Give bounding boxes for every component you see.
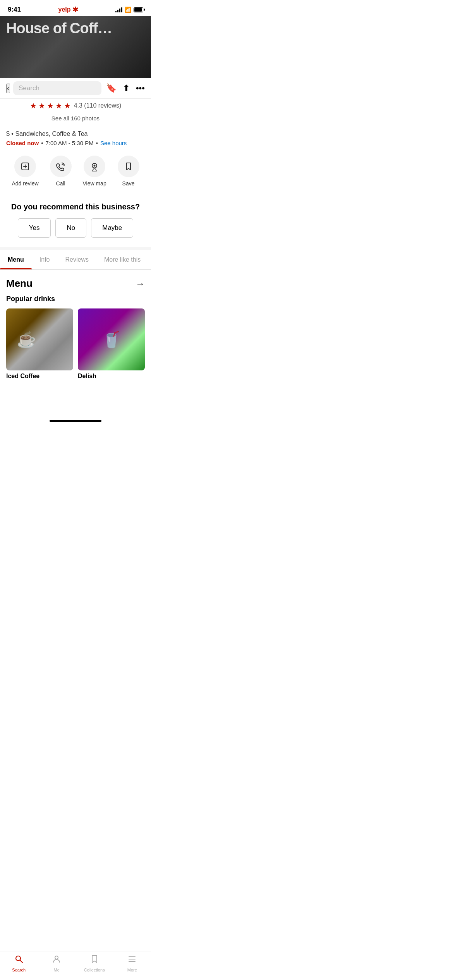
back-button[interactable]: ‹ bbox=[6, 84, 10, 93]
see-photos-link[interactable]: See all 160 photos bbox=[51, 115, 100, 122]
wifi-icon: 📶 bbox=[125, 7, 131, 13]
call-button[interactable]: Call bbox=[50, 156, 72, 187]
delish-label: Delish bbox=[78, 373, 145, 380]
star-2: ★ bbox=[38, 101, 45, 110]
hours-text: • bbox=[41, 140, 43, 146]
star-3: ★ bbox=[47, 101, 54, 110]
rating-value: 4.3 (110 reviews) bbox=[74, 102, 122, 109]
view-map-button[interactable]: View map bbox=[82, 156, 106, 187]
view-map-label: View map bbox=[82, 180, 106, 187]
closed-status: Closed now bbox=[6, 140, 39, 146]
save-label: Save bbox=[122, 180, 135, 187]
menu-header: Menu → bbox=[6, 278, 145, 290]
recommend-yes-button[interactable]: Yes bbox=[18, 218, 51, 238]
see-photos-bar: See all 160 photos bbox=[0, 113, 151, 124]
view-map-icon bbox=[84, 156, 105, 177]
home-indicator bbox=[50, 420, 101, 422]
tab-reviews[interactable]: Reviews bbox=[57, 250, 96, 269]
delish-image bbox=[78, 308, 145, 370]
star-4: ★ bbox=[55, 101, 62, 110]
navigation-bar: ‹ Search 🔖 ⬆ ••• bbox=[0, 78, 151, 99]
action-buttons: Add review Call View map Save bbox=[0, 149, 151, 193]
battery-icon bbox=[134, 7, 143, 12]
business-info: $ • Sandwiches, Coffee & Tea Closed now … bbox=[0, 124, 151, 149]
signal-icon bbox=[115, 7, 122, 12]
tabs-bar: Menu Info Reviews More like this bbox=[0, 250, 151, 270]
price-category: $ • Sandwiches, Coffee & Tea bbox=[6, 130, 145, 137]
menu-section-title: Menu bbox=[6, 278, 33, 290]
yelp-logo: yelp✱ bbox=[58, 5, 78, 14]
recommend-title: Do you recommend this business? bbox=[6, 202, 145, 211]
status-icons: 📶 bbox=[115, 7, 143, 13]
rating-bar: ★ ★ ★ ★ ★ 4.3 (110 reviews) bbox=[0, 99, 151, 113]
menu-section: Menu → Popular drinks Iced Coffee Delish bbox=[0, 270, 151, 387]
menu-item-delish[interactable]: Delish bbox=[78, 308, 145, 380]
save-button[interactable]: Save bbox=[118, 156, 139, 187]
tab-info[interactable]: Info bbox=[32, 250, 58, 269]
menu-subtitle: Popular drinks bbox=[6, 295, 145, 303]
nav-actions: 🔖 ⬆ ••• bbox=[106, 83, 145, 93]
menu-grid: Iced Coffee Delish bbox=[6, 308, 145, 380]
recommend-maybe-button[interactable]: Maybe bbox=[91, 218, 133, 238]
svg-point-2 bbox=[94, 165, 96, 167]
iced-coffee-label: Iced Coffee bbox=[6, 373, 73, 380]
share-button[interactable]: ⬆ bbox=[123, 83, 130, 93]
tab-menu[interactable]: Menu bbox=[0, 250, 32, 269]
add-review-label: Add review bbox=[12, 180, 38, 187]
tab-more-like-this[interactable]: More like this bbox=[96, 250, 148, 269]
hours-row: Closed now • 7:00 AM - 5:30 PM • See hou… bbox=[6, 140, 145, 146]
menu-arrow-button[interactable]: → bbox=[136, 278, 145, 289]
star-5: ★ bbox=[64, 101, 71, 110]
see-hours-link[interactable]: See hours bbox=[100, 140, 127, 146]
add-review-icon bbox=[14, 156, 36, 177]
stars-row: ★ ★ ★ ★ ★ 4.3 (110 reviews) bbox=[6, 101, 145, 110]
operating-hours: 7:00 AM - 5:30 PM bbox=[45, 140, 93, 146]
iced-coffee-image bbox=[6, 308, 73, 370]
menu-item-iced-coffee[interactable]: Iced Coffee bbox=[6, 308, 73, 380]
save-icon bbox=[118, 156, 139, 177]
bookmark-button[interactable]: 🔖 bbox=[106, 83, 117, 93]
call-icon bbox=[50, 156, 72, 177]
add-review-button[interactable]: Add review bbox=[12, 156, 38, 187]
recommend-buttons: Yes No Maybe bbox=[6, 218, 145, 238]
yelp-star-icon: ✱ bbox=[72, 5, 78, 14]
hero-image: House of Coff… bbox=[0, 16, 151, 78]
status-time: 9:41 bbox=[8, 6, 21, 14]
call-label: Call bbox=[56, 180, 65, 187]
bottom-spacer bbox=[0, 387, 151, 418]
recommend-section: Do you recommend this business? Yes No M… bbox=[0, 193, 151, 250]
recommend-no-button[interactable]: No bbox=[55, 218, 86, 238]
status-bar: 9:41 yelp✱ 📶 bbox=[0, 0, 151, 16]
hours-separator: • bbox=[96, 140, 98, 146]
star-1: ★ bbox=[30, 101, 37, 110]
search-input[interactable]: Search bbox=[13, 81, 101, 95]
more-options-button[interactable]: ••• bbox=[136, 83, 145, 93]
hero-title: House of Coff… bbox=[0, 20, 151, 37]
